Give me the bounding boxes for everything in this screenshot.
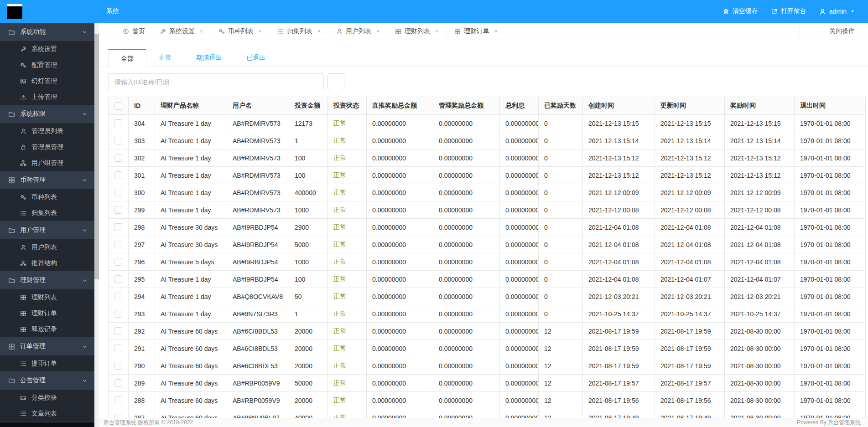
tabs-scroll-left-button[interactable]	[99, 23, 115, 40]
topbar-action-3[interactable]: admin	[813, 0, 862, 23]
row-checkbox[interactable]	[114, 293, 122, 300]
sidebar-item[interactable]: 用户列表	[0, 239, 94, 255]
row-checkbox[interactable]	[114, 206, 122, 214]
table-row: 303AI Treasure 1 dayAB#RDMIRV5731正常0.000…	[109, 132, 866, 149]
close-icon[interactable]	[258, 29, 263, 34]
sidebar-item[interactable]: 提币订单	[0, 355, 94, 371]
cell: 2021-08-17 19:59	[655, 323, 725, 340]
cell: 298	[129, 219, 155, 236]
cell: AI Treasure 1 day	[155, 305, 227, 323]
row-checkbox[interactable]	[114, 189, 122, 196]
search-input[interactable]	[108, 73, 324, 90]
cell: 12173	[289, 115, 328, 132]
cell: 正常	[328, 357, 367, 375]
sidebar-group-6[interactable]: 订单管理	[0, 337, 94, 355]
sidebar-item[interactable]: 归集列表	[0, 205, 94, 221]
scroll-down-icon[interactable]	[94, 421, 99, 426]
sidebar-group-4[interactable]: 用户管理	[0, 221, 94, 239]
tab-2[interactable]: 系统设置	[152, 23, 211, 40]
scroll-up-icon[interactable]	[94, 24, 99, 29]
topbar-action-2[interactable]: 打开前台	[764, 0, 813, 23]
cell: 2021-10-25 14:37	[725, 305, 795, 323]
sidebar-item[interactable]: 释放记录	[0, 321, 94, 337]
row-checkbox[interactable]	[114, 327, 122, 335]
user-icon	[336, 28, 343, 35]
filter-tab-3[interactable]: 期满退出	[184, 49, 234, 67]
sidebar-item[interactable]: 配置管理	[0, 57, 94, 73]
sidebar-group-8[interactable]: 客服服务	[0, 422, 94, 427]
sidebar-group-2[interactable]: 系统权限	[0, 105, 94, 123]
row-checkbox[interactable]	[114, 223, 122, 231]
cell: 2021-08-17 19:59	[583, 340, 655, 357]
topbar-action-1[interactable]: 清空缓存	[716, 0, 764, 23]
sidebar-item[interactable]: 系统设置	[0, 41, 94, 57]
close-icon[interactable]	[375, 29, 380, 34]
filter-tab-2[interactable]: 正常	[146, 49, 184, 67]
search-button[interactable]	[327, 73, 344, 90]
cell: 0	[539, 115, 583, 132]
sidebar-item[interactable]: 幻灯管理	[0, 73, 94, 89]
cell: 2021-12-04 01:08	[583, 253, 655, 271]
close-operations-menu[interactable]: 关闭操作	[820, 23, 868, 40]
sidebar-group-3[interactable]: 币种管理	[0, 171, 94, 189]
cell: 2021-12-13 15:12	[655, 167, 725, 184]
row-checkbox[interactable]	[114, 310, 122, 318]
cell: AI Treasure 1 day	[155, 149, 227, 167]
cell: 2021-12-03 20:21	[583, 288, 655, 305]
tab-4[interactable]: 归集列表	[270, 23, 329, 40]
sidebar-item[interactable]: 币种列表	[0, 189, 94, 205]
cell: 0.00000000	[500, 409, 539, 418]
sidebar-item[interactable]: 管理员列表	[0, 123, 94, 139]
cell: 0.00000000	[367, 340, 433, 357]
row-checkbox[interactable]	[114, 154, 122, 162]
powered-by: Powered By 后台管理系统	[797, 419, 863, 427]
row-checkbox[interactable]	[114, 275, 122, 283]
close-icon[interactable]	[317, 29, 322, 34]
cell: 1	[289, 132, 328, 149]
close-icon[interactable]	[434, 29, 439, 34]
cell: 294	[129, 288, 155, 305]
cell: 2021-12-04 01:08	[725, 236, 795, 253]
row-checkbox[interactable]	[114, 171, 122, 179]
tab-7[interactable]: 理财订单	[447, 23, 506, 40]
cogs-icon	[20, 194, 26, 201]
select-all-checkbox[interactable]	[114, 102, 122, 110]
sidebar-item[interactable]: 管理员管理	[0, 139, 94, 155]
sidebar-item[interactable]: 用户组管理	[0, 155, 94, 171]
row-checkbox[interactable]	[114, 345, 122, 352]
sidebar-item[interactable]: 推荐结构	[0, 255, 94, 271]
cell: 0.00000000	[433, 167, 500, 184]
tab-1[interactable]: 首页	[115, 23, 152, 40]
tab-5[interactable]: 用户列表	[329, 23, 388, 40]
sidebar-group-1[interactable]: 系统功能	[0, 23, 94, 41]
close-icon[interactable]	[494, 29, 499, 34]
row-checkbox[interactable]	[114, 241, 122, 248]
row-checkbox[interactable]	[114, 379, 122, 387]
trash-icon	[722, 8, 729, 15]
sidebar-item[interactable]: 理财列表	[0, 289, 94, 305]
row-checkbox[interactable]	[114, 396, 122, 404]
row-checkbox[interactable]	[114, 137, 122, 144]
row-checkbox[interactable]	[114, 258, 122, 266]
sidebar-item[interactable]: 上传管理	[0, 89, 94, 105]
row-checkbox[interactable]	[114, 119, 122, 127]
sidebar-item-label: 分类模块	[31, 394, 57, 402]
scrollbar-thumb[interactable]	[94, 34, 99, 279]
filter-tab-4[interactable]: 已退出	[234, 49, 278, 67]
sidebar-group-5[interactable]: 理财管理	[0, 271, 94, 289]
tab-3[interactable]: 币种列表	[211, 23, 270, 40]
sidebar-item[interactable]: 文章列表	[0, 406, 94, 422]
sidebar-group-7[interactable]: 公告管理	[0, 371, 94, 390]
row-checkbox[interactable]	[114, 414, 122, 418]
close-icon[interactable]	[199, 29, 204, 34]
filter-tab-1[interactable]: 全部	[108, 49, 146, 67]
tabs-scroll-right-button[interactable]	[800, 23, 820, 40]
sidebar-scrollbar[interactable]	[94, 23, 99, 427]
sidebar-item[interactable]: 理财订单	[0, 305, 94, 321]
tab-6[interactable]: 理财列表	[388, 23, 447, 40]
topbar-system-menu[interactable]: 系统	[94, 0, 127, 23]
row-checkbox[interactable]	[114, 362, 122, 370]
grid-icon	[8, 177, 15, 184]
cell: 1000	[289, 253, 328, 271]
sidebar-item[interactable]: 分类模块	[0, 390, 94, 406]
